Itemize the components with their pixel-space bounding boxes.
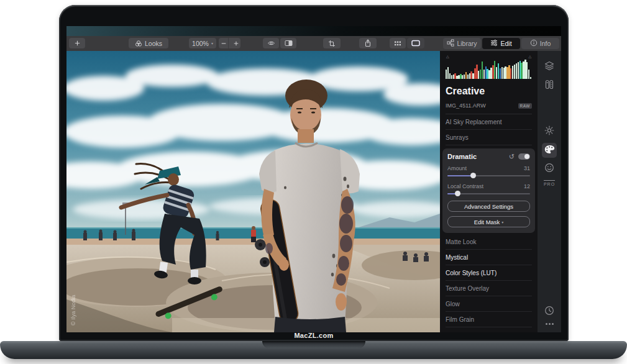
histogram[interactable]: △ △ [446,55,532,80]
share-icon [364,39,372,47]
tab-library-label: Library [457,40,477,47]
professional-tab-button[interactable]: PRO [544,180,555,186]
before-after-icon [285,40,293,47]
filter-texture-overlay[interactable]: Texture Overlay [446,281,532,296]
zoom-dropdown[interactable]: 100% ▾ [189,38,216,48]
filename: IMG_4511.ARW [446,102,486,109]
palette-icon [544,145,555,157]
filter-ai-sky-replacement[interactable]: AI Sky Replacement [446,114,532,130]
highlight-clipping-icon[interactable]: △ [528,54,531,58]
local-contrast-slider-row: Local Contrast 12 [447,183,530,196]
tab-info-label: Info [540,40,551,47]
bezel-brand-text: MacZL.com [59,332,569,340]
plus-icon [74,40,81,47]
amount-slider-row: Amount 31 [447,165,530,178]
clock-icon [544,306,554,318]
desktop: MacZL.com Looks [0,0,627,364]
sliders-icon [490,39,498,48]
sun-icon [544,125,554,138]
more-options-button[interactable] [546,323,554,325]
chevron-down-icon: ▾ [501,220,503,224]
lid-opening-notch [262,341,365,348]
layers-button[interactable] [542,60,557,75]
filter-film-grain[interactable]: Film Grain [446,312,532,327]
zoom-out-button[interactable] [219,38,229,48]
filter-sunrays[interactable]: Sunrays [446,130,532,145]
amount-value: 31 [524,165,530,171]
toolbar: Looks 100% ▾ [66,36,561,51]
content-area: © Ilya Nodia △ △ Creative IMG_4511.ARW R… [66,51,561,332]
photo-preview: © Ilya Nodia [66,51,440,332]
side-icon-strip: PRO [538,51,561,332]
shadow-clipping-icon[interactable]: △ [446,54,449,58]
red-shirt-person [251,226,256,242]
crop-icon [328,40,336,47]
dramatic-card: Dramatic ↺ Amount 31 [442,148,535,233]
amount-label: Amount [447,165,467,171]
histogram-bars [446,60,532,79]
tab-edit-label: Edit [500,40,511,47]
compare-button[interactable] [280,38,296,48]
chevron-down-icon: ▾ [211,41,213,45]
layers-icon [544,61,554,73]
add-button[interactable] [69,38,85,48]
single-image-icon [411,40,420,47]
sky [66,51,440,245]
filter-dramatic-title[interactable]: Dramatic [447,153,509,160]
app-titlebar [66,26,561,36]
creative-tab-button[interactable] [542,143,557,158]
view-tabs: Library Edit [443,38,559,49]
filter-mystical[interactable]: Mystical [446,250,532,265]
face-icon [544,163,554,175]
eye-icon [267,40,275,47]
raw-badge: RAW [518,103,532,109]
filter-fog[interactable]: Fog [446,327,532,332]
photo-credit-watermark: © Ilya Nodia [70,295,76,325]
advanced-settings-button[interactable]: Advanced Settings [447,201,530,212]
essentials-tab-button[interactable] [542,124,557,139]
edit-mask-button[interactable]: Edit Mask ▾ [447,216,530,227]
export-button[interactable] [359,38,377,48]
library-icon [447,39,454,48]
looks-label: Looks [145,40,162,47]
local-contrast-slider[interactable] [447,191,530,196]
grid-icon [394,40,401,47]
canvas-button[interactable] [542,78,557,93]
filter-toggle[interactable] [518,153,530,160]
file-row: IMG_4511.ARW RAW [446,102,532,114]
filter-glow[interactable]: Glow [446,296,532,312]
reset-icon[interactable]: ↺ [509,153,515,160]
filter-color-styles-lut[interactable]: Color Styles (LUT) [446,265,532,281]
zoom-stepper [219,38,240,48]
looks-button[interactable]: Looks [129,38,168,48]
gallery-view-button[interactable] [390,38,406,48]
single-view-button[interactable] [407,38,424,48]
looks-icon [135,40,142,47]
photo-canvas: © Ilya Nodia [66,51,440,332]
filter-matte-look[interactable]: Matte Look [446,234,532,250]
edit-panel: △ △ Creative IMG_4511.ARW RAW AI Sky Rep… [440,51,538,332]
tab-edit[interactable]: Edit [482,38,520,49]
info-icon [530,39,538,48]
portrait-tab-button[interactable] [542,162,557,176]
amount-slider[interactable] [447,173,530,178]
zoom-in-button[interactable] [231,38,240,48]
tab-info[interactable]: Info [521,38,559,49]
history-button[interactable] [542,304,557,319]
zoom-value: 100% [192,40,209,47]
tab-library[interactable]: Library [443,38,481,49]
local-contrast-label: Local Contrast [447,183,483,189]
panel-title: Creative [446,86,532,97]
crop-button[interactable] [323,38,341,48]
local-contrast-value: 12 [524,183,530,189]
canvas-icon [545,80,554,92]
laptop-base [0,341,627,359]
skatepark [66,245,440,332]
preview-button[interactable] [263,38,279,48]
screen: Looks 100% ▾ [66,26,561,332]
laptop-lid: MacZL.com Looks [59,5,569,341]
